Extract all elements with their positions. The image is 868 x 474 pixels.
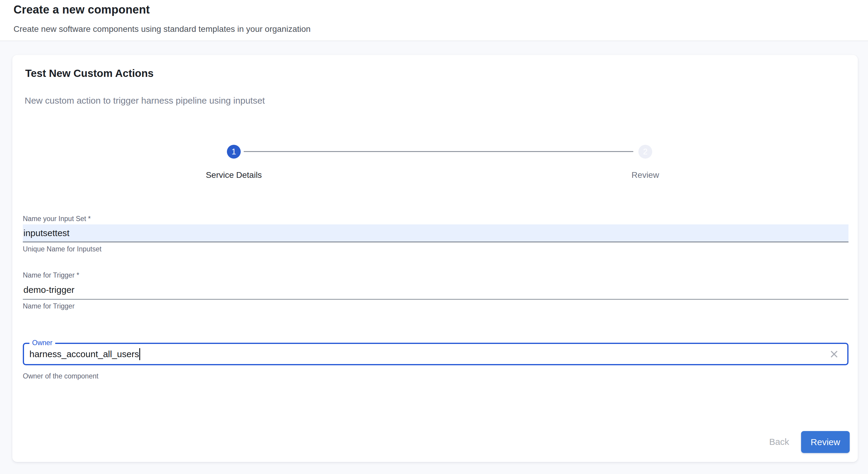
step-1-indicator[interactable]: 1 xyxy=(227,145,241,158)
review-button[interactable]: Review xyxy=(801,431,850,453)
text-cursor xyxy=(139,348,140,360)
owner-input[interactable]: harness_account_all_users xyxy=(23,343,848,365)
page-subtitle: Create new software components using sta… xyxy=(13,24,311,34)
page-title: Create a new component xyxy=(13,3,150,16)
template-wizard-card: Test New Custom Actions New custom actio… xyxy=(12,55,858,462)
trigger-name-helper: Name for Trigger xyxy=(23,302,75,310)
clear-x-icon xyxy=(829,349,839,359)
page-header: Create a new component Create new softwa… xyxy=(0,0,868,41)
inputset-name-helper: Unique Name for Inputset xyxy=(23,245,101,253)
inputset-name-label: Name your Input Set * xyxy=(23,215,91,223)
trigger-name-input[interactable]: demo-trigger xyxy=(23,281,848,300)
back-button[interactable]: Back xyxy=(760,431,799,452)
clear-owner-button[interactable] xyxy=(828,348,841,361)
step-2-label: Review xyxy=(631,170,659,180)
owner-value-wrap: harness_account_all_users xyxy=(24,348,847,360)
step-1-label: Service Details xyxy=(206,170,262,180)
owner-helper: Owner of the component xyxy=(23,372,98,380)
screen: Create a new component Create new softwa… xyxy=(0,0,868,474)
step-2-number: 2 xyxy=(643,147,647,156)
owner-label: Owner xyxy=(29,338,55,347)
page-body: Test New Custom Actions New custom actio… xyxy=(0,41,868,474)
inputset-name-value: inputsettest xyxy=(23,228,69,238)
step-1-number: 1 xyxy=(231,147,236,156)
trigger-name-label: Name for Trigger * xyxy=(23,271,79,279)
step-2-indicator[interactable]: 2 xyxy=(639,145,652,158)
template-description: New custom action to trigger harness pip… xyxy=(25,95,265,106)
owner-value: harness_account_all_users xyxy=(29,349,139,359)
stepper-connector-line xyxy=(244,151,633,152)
template-title: Test New Custom Actions xyxy=(25,67,154,79)
trigger-name-value: demo-trigger xyxy=(23,285,74,295)
inputset-name-input[interactable]: inputsettest xyxy=(23,225,848,242)
